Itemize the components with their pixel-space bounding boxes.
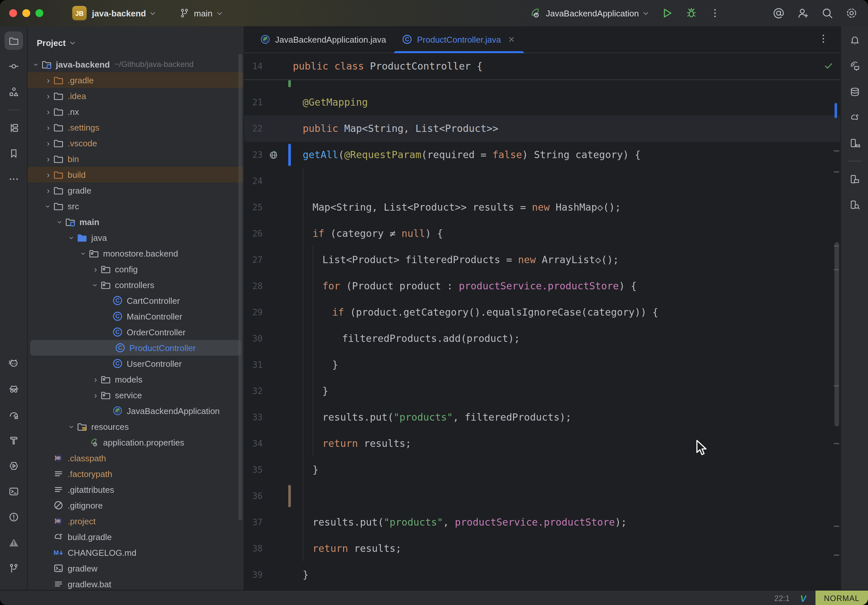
chevron-expanded-icon[interactable]: › [67,422,77,432]
chevron-collapsed-icon[interactable]: › [91,264,101,274]
database-tool-button[interactable] [845,83,864,101]
warnings-tool-button[interactable] [4,534,23,552]
tree-item--gitattributes[interactable]: .gitattributes [28,482,243,497]
tree-item-application-properties[interactable]: application.properties [28,435,243,450]
zoom-window-button[interactable] [36,9,43,17]
code-with-me-button[interactable] [796,6,810,20]
code-editor[interactable]: 14public class ProductController {21@Get… [244,53,840,590]
code-line-29[interactable]: 29if (product.getCategory().equalsIgnore… [244,299,840,325]
code-line-22[interactable]: 22public Map<String, List<Product>> [244,116,840,142]
tree-item-gradlew[interactable]: gradlew [28,560,243,576]
chevron-collapsed-icon[interactable]: › [43,107,53,116]
editor-tab-javabackendapplication-java[interactable]: JavaBackendApplication.java [252,26,394,53]
project-folder-tool-button[interactable] [4,31,23,50]
commit-tool-button[interactable] [4,57,23,76]
chevron-collapsed-icon[interactable]: › [43,186,53,195]
code-line-28[interactable]: 28for (Product product : productService.… [244,273,840,299]
problems-tool-button[interactable] [4,508,23,526]
tree-item--gitignore[interactable]: .gitignore [28,497,243,513]
code-line-25[interactable]: 25Map<String, List<Product>> results = n… [244,194,840,220]
code-line-33[interactable]: 33results.put("products", filteredProduc… [244,404,840,430]
tree-item-java[interactable]: ›java [28,230,243,245]
hierarchy-tool-button[interactable] [4,119,23,137]
close-window-button[interactable] [9,9,17,17]
code-line-27[interactable]: 27List<Product> filteredProducts = new A… [244,247,840,273]
more-run-actions-button[interactable] [708,6,722,20]
tree-item-bin[interactable]: ›bin [28,151,243,167]
chevron-expanded-icon[interactable]: › [91,280,101,290]
tree-item--settings[interactable]: ›.settings [28,119,243,135]
tree-item--classpath[interactable]: .classpath [28,450,243,466]
chevron-collapsed-icon[interactable]: › [91,374,101,384]
tree-item--project[interactable]: .project [28,513,243,529]
tree-item-main[interactable]: ›main [28,214,243,230]
chevron-expanded-icon[interactable]: › [43,201,53,211]
tree-item-cartcontroller[interactable]: CCartController [28,292,243,308]
tree-item-build[interactable]: ›build [28,167,243,183]
tree-scrollbar[interactable] [238,54,242,520]
chevron-expanded-icon[interactable]: › [55,217,65,227]
structure-tool-button[interactable] [4,83,23,101]
chevron-collapsed-icon[interactable]: › [43,170,53,179]
chevron-collapsed-icon[interactable]: › [43,91,53,101]
tree-item--factorypath[interactable]: .factorypath [28,466,243,482]
run-configuration-selector[interactable]: JavaBackendApplication [530,7,650,19]
minimize-window-button[interactable] [22,9,30,17]
ai-assistant-tool-button[interactable] [845,57,864,76]
tree-item-usercontroller[interactable]: CUserController [28,356,243,371]
inspections-ok-checkmark-icon[interactable] [823,60,834,71]
chevron-collapsed-icon[interactable]: › [91,390,101,400]
tree-item-changelog-md[interactable]: MCHANGELOG.md [28,545,243,560]
chevron-collapsed-icon[interactable]: › [43,154,53,164]
chevron-down-icon[interactable] [68,39,77,47]
tree-item-gradlew-bat[interactable]: gradlew.bat [28,576,243,590]
debug-button[interactable] [684,6,699,20]
chevron-expanded-icon[interactable]: › [31,59,41,69]
tree-item-java-backend[interactable]: ›java-backend~/Github/java-backend [28,56,243,72]
chevron-collapsed-icon[interactable]: › [43,122,53,132]
code-line-39[interactable]: 39} [244,562,840,588]
code-line-24[interactable]: 24 [244,168,840,194]
tree-item--gradle[interactable]: ›.gradle [28,72,243,88]
tree-item-ordercontroller[interactable]: COrderController [28,324,243,340]
tree-item-service[interactable]: ›service [28,387,243,403]
run-button[interactable] [660,6,674,20]
vim-mode-badge[interactable]: NORMAL [815,591,868,605]
code-line-26[interactable]: 26if (category ≠ null) { [244,220,840,247]
search-everywhere-button[interactable] [820,6,834,20]
code-line-32[interactable]: 32} [244,378,840,404]
tree-item-models[interactable]: ›models [28,371,243,387]
copilot-cat-tool-button[interactable] [4,354,23,373]
code-line-37[interactable]: 37results.put("products", productService… [244,509,840,535]
tree-item-javabackendapplication[interactable]: JavaBackendApplication [28,403,243,419]
vcs-widget[interactable]: main [180,8,223,19]
profiler-tool-button[interactable] [4,405,23,424]
editor-scrollbar[interactable] [834,242,839,427]
tree-item-src[interactable]: ›src [28,198,243,214]
tree-item-maincontroller[interactable]: CMainController [28,308,243,324]
running-devices-tool-button[interactable] [845,170,864,188]
sticky-code-line[interactable]: 14public class ProductController { [244,53,840,80]
code-line-36[interactable]: 36 [244,483,840,509]
gradle-tool-button[interactable] [845,108,864,127]
tree-item-monostore-backend[interactable]: ›monostore.backend [28,245,243,261]
code-line-23[interactable]: 23getAll(@RequestParam(required = false)… [244,142,840,168]
project-widget[interactable]: java-backend [92,8,157,18]
tree-item-resources[interactable]: ›resources [28,419,243,435]
incognito-tool-button[interactable] [4,380,23,398]
tree-item-controllers[interactable]: ›controllers [28,277,243,292]
tree-item--idea[interactable]: ›.idea [28,88,243,104]
settings-button[interactable] [844,6,859,20]
editor-tab-productcontroller-java[interactable]: CProductController.java [394,26,524,53]
code-line-38[interactable]: 38return results; [244,535,840,562]
caret-position[interactable]: 22:1 [775,594,790,603]
tab-options-button[interactable] [814,32,832,46]
code-line-35[interactable]: 35} [244,457,840,483]
bookmarks-tool-button[interactable] [4,144,23,163]
device-explorer-tool-button[interactable] [845,195,864,214]
terminal-tool-button[interactable] [4,482,23,501]
tree-item-productcontroller[interactable]: CProductController [30,340,241,356]
code-line-31[interactable]: 31} [244,352,840,378]
code-line-34[interactable]: 34return results; [244,430,840,457]
tree-item--nx[interactable]: ›.nx [28,104,243,119]
